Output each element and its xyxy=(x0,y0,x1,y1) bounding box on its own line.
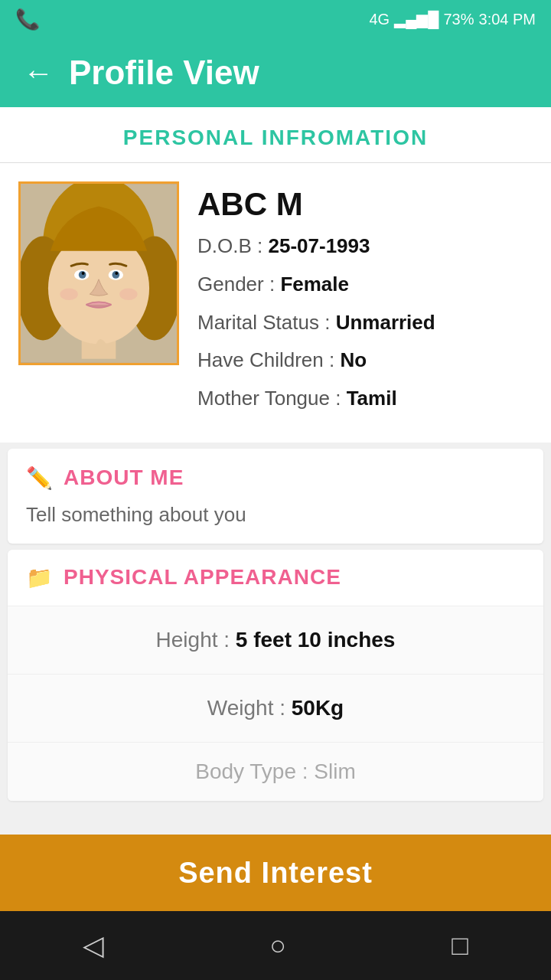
nav-home-button[interactable]: ○ xyxy=(246,922,309,969)
pencil-icon: ✏️ xyxy=(26,466,53,491)
back-button[interactable]: ← xyxy=(23,56,54,90)
children-value: No xyxy=(340,348,367,371)
gender-label: Gender : xyxy=(197,273,275,296)
signal-bars: ▂▄▆█ xyxy=(394,10,439,28)
about-me-title: ABOUT ME xyxy=(64,466,184,490)
about-me-text: Tell something about you xyxy=(26,503,525,527)
tongue-label: Mother Tongue : xyxy=(197,387,341,410)
marital-value: Unmarried xyxy=(336,311,435,334)
time-label: 3:04 PM xyxy=(479,11,536,28)
dob-value: 25-07-1993 xyxy=(268,234,370,257)
physical-appearance-card: 📁 PHYSICAL APPEARANCE Height : 5 feet 10… xyxy=(8,550,543,801)
send-interest-button[interactable]: Send Interest xyxy=(178,857,373,890)
dob-label: D.O.B : xyxy=(197,234,262,257)
folder-icon: 📁 xyxy=(26,565,53,590)
gender-row: Gender : Female xyxy=(197,272,533,298)
profile-info: ABC M D.O.B : 25-07-1993 Gender : Female… xyxy=(197,181,533,424)
weight-value: 50Kg xyxy=(292,696,344,720)
personal-info-title: PERSONAL INFROMATION xyxy=(0,107,551,162)
bodytype-row-partial: Body Type : Slim xyxy=(8,743,543,801)
profile-photo xyxy=(21,184,177,363)
network-label: 4G xyxy=(369,11,390,28)
bodytype-label: Body Type : xyxy=(195,760,308,783)
bodytype-value: Slim xyxy=(314,760,355,783)
svg-point-10 xyxy=(82,272,85,275)
dob-row: D.O.B : 25-07-1993 xyxy=(197,234,533,260)
children-label: Have Children : xyxy=(197,348,334,371)
gender-value: Female xyxy=(280,273,349,296)
tongue-value: Tamil xyxy=(347,387,397,410)
battery-label: 73% xyxy=(443,11,474,28)
physical-appearance-header: 📁 PHYSICAL APPEARANCE xyxy=(8,550,543,606)
personal-info-section: PERSONAL INFROMATION xyxy=(0,107,551,443)
nav-recent-button[interactable]: □ xyxy=(429,922,491,969)
height-value: 5 feet 10 inches xyxy=(236,628,396,652)
height-label: Height : xyxy=(156,628,230,652)
physical-appearance-title: PHYSICAL APPEARANCE xyxy=(64,565,341,590)
svg-point-11 xyxy=(115,272,118,275)
marital-row: Marital Status : Unmarried xyxy=(197,310,533,336)
profile-name: ABC M xyxy=(197,186,533,223)
marital-label: Marital Status : xyxy=(197,311,330,334)
profile-card: ABC M D.O.B : 25-07-1993 Gender : Female… xyxy=(0,163,551,443)
svg-point-12 xyxy=(60,288,77,300)
weight-label: Weight : xyxy=(207,696,285,720)
children-row: Have Children : No xyxy=(197,348,533,374)
height-row: Height : 5 feet 10 inches xyxy=(8,606,543,675)
about-me-header: ✏️ ABOUT ME xyxy=(26,466,525,491)
physical-appearance-body: Height : 5 feet 10 inches Weight : 50Kg … xyxy=(8,606,543,801)
status-bar: 📞 4G ▂▄▆█ 73% 3:04 PM xyxy=(0,0,551,38)
nav-back-button[interactable]: ◁ xyxy=(60,922,127,969)
phone-icon: 📞 xyxy=(15,8,40,31)
content-area: PERSONAL INFROMATION xyxy=(0,107,551,835)
svg-point-13 xyxy=(119,288,137,300)
about-me-card: ✏️ ABOUT ME Tell something about you xyxy=(8,449,543,544)
send-interest-bar[interactable]: Send Interest xyxy=(0,835,551,911)
weight-row: Weight : 50Kg xyxy=(8,675,543,743)
page-title: Profile View xyxy=(69,54,259,92)
tongue-row: Mother Tongue : Tamil xyxy=(197,386,533,412)
profile-photo-wrapper xyxy=(18,181,179,365)
nav-bar: ◁ ○ □ xyxy=(0,911,551,980)
app-bar: ← Profile View xyxy=(0,38,551,107)
signal-info: 4G ▂▄▆█ 73% 3:04 PM xyxy=(369,10,536,28)
